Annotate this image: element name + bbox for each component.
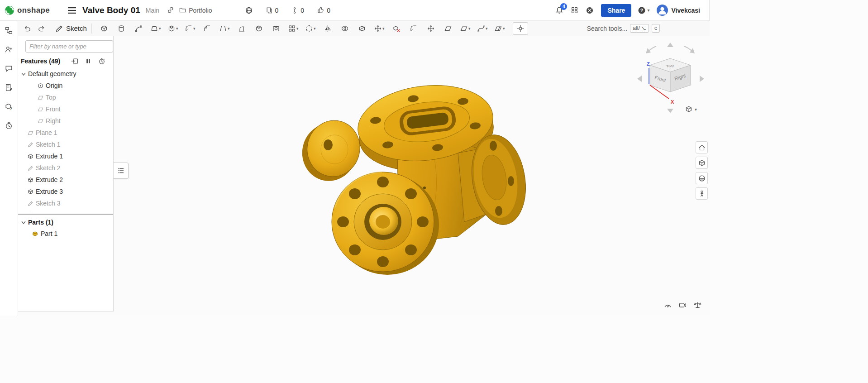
forks-counter[interactable]: 0 xyxy=(291,7,304,14)
revolve-tool-button[interactable] xyxy=(114,22,129,35)
feature-extrude-1[interactable]: Extrude 1 xyxy=(18,150,113,162)
mate-connector-tool-button[interactable] xyxy=(513,22,528,35)
viewcube-arrow-down[interactable] xyxy=(667,109,673,113)
default-view-button[interactable] xyxy=(696,141,708,153)
curve-tool-button[interactable]: ▾ xyxy=(475,22,490,35)
view-cube[interactable]: Top Front Right Z X xyxy=(633,40,710,117)
analysis-button[interactable] xyxy=(663,301,672,309)
linear-pattern-tool-button[interactable]: ▾ xyxy=(286,22,301,35)
caret-down-icon: ▾ xyxy=(382,26,385,31)
surface-tool-button[interactable]: ▾ xyxy=(492,22,507,35)
sketch-button[interactable]: Sketch xyxy=(55,24,87,33)
feature-plane-1[interactable]: Plane 1 xyxy=(18,127,113,139)
section-view-button[interactable] xyxy=(696,172,708,184)
hole-tool-button[interactable] xyxy=(268,22,284,35)
rib-tool-button[interactable] xyxy=(234,22,249,35)
rollback-history-button[interactable] xyxy=(98,57,106,65)
feature-label: Plane 1 xyxy=(36,129,57,136)
extrude-icon xyxy=(100,24,108,33)
folder-icon xyxy=(179,6,186,14)
revolve-icon xyxy=(117,24,125,33)
shell-tool-button[interactable] xyxy=(251,22,267,35)
chamfer-tool-button[interactable] xyxy=(200,22,215,35)
modify-fillet-tool-button[interactable] xyxy=(406,22,421,35)
viewcube-arrow-left[interactable] xyxy=(637,76,642,82)
likes-counter[interactable]: 0 xyxy=(317,6,330,14)
insert-feature-icon xyxy=(71,57,79,65)
mirror-tool-button[interactable] xyxy=(320,22,335,35)
feature-list-collapse-button[interactable] xyxy=(114,163,129,179)
offset-surface-tool-button[interactable] xyxy=(440,22,456,35)
onshape-logo[interactable]: onshape xyxy=(5,5,50,15)
feature-origin[interactable]: Origin xyxy=(18,80,113,91)
feature-sketch-1[interactable]: Sketch 1 xyxy=(18,139,113,150)
main-menu-button[interactable] xyxy=(68,7,76,14)
collaborators-panel-button[interactable] xyxy=(3,43,15,55)
filter-input[interactable] xyxy=(25,40,113,53)
resources-panel-button[interactable] xyxy=(3,101,15,112)
history-panel-button[interactable] xyxy=(3,120,15,131)
move-face-tool-button[interactable] xyxy=(423,22,439,35)
notes-panel-button[interactable] xyxy=(3,81,15,93)
thicken-tool-button[interactable]: ▾ xyxy=(165,22,181,35)
feature-sketch-3[interactable]: Sketch 3 xyxy=(18,197,113,209)
feature-top[interactable]: Top xyxy=(18,91,113,103)
workspace-name[interactable]: Main xyxy=(146,7,159,14)
transform-tool-button[interactable]: ▾ xyxy=(372,22,387,35)
app-store-button[interactable] xyxy=(571,6,578,14)
extrude-tool-button[interactable] xyxy=(96,22,112,35)
feature-sketch-2[interactable]: Sketch 2 xyxy=(18,162,113,174)
notifications-button[interactable]: 4 xyxy=(555,6,563,14)
named-views-icon xyxy=(698,190,706,198)
viewcube-arrow-up[interactable] xyxy=(667,43,673,47)
public-document-button[interactable] xyxy=(245,6,253,14)
named-views-button[interactable] xyxy=(696,187,708,200)
delete-part-tool-button[interactable] xyxy=(389,22,404,35)
pause-icon xyxy=(84,57,92,65)
draft-tool-button[interactable]: ▾ xyxy=(217,22,232,35)
fillet-tool-button[interactable]: ▾ xyxy=(182,22,198,35)
fillet-icon xyxy=(185,24,193,33)
redo-button[interactable] xyxy=(38,24,45,32)
share-button[interactable]: Share xyxy=(601,4,631,17)
user-avatar[interactable] xyxy=(657,5,668,16)
outline-panel-button[interactable] xyxy=(3,24,15,36)
learning-center-button[interactable] xyxy=(586,6,594,14)
search-tools-button[interactable]: Search tools... alt/⌥ c xyxy=(587,24,660,33)
part-item-part-1[interactable]: Part 1 xyxy=(18,228,113,239)
model-vertex-dot[interactable] xyxy=(423,187,426,189)
help-menu-button[interactable]: ? ▾ xyxy=(638,6,649,14)
view-options-button[interactable]: ▾ xyxy=(685,105,697,113)
plane-tool-button[interactable]: ▾ xyxy=(458,22,473,35)
suppress-button[interactable] xyxy=(84,57,92,65)
feature-right[interactable]: Right xyxy=(18,115,113,127)
parts-section-header[interactable]: Parts (1) xyxy=(18,216,113,228)
feature-extrude-2[interactable]: Extrude 2 xyxy=(18,174,113,186)
modify-fillet-icon xyxy=(410,24,418,33)
user-name[interactable]: Vivekcasi xyxy=(671,7,700,14)
viewcube-rotate-cw-icon[interactable] xyxy=(684,46,692,51)
viewcube-rotate-ccw-icon[interactable] xyxy=(649,46,656,51)
viewcube-arrow-right[interactable] xyxy=(700,76,704,82)
feature-extrude-3[interactable]: Extrude 3 xyxy=(18,186,113,197)
rollback-bar[interactable] xyxy=(18,214,113,215)
share-link-button[interactable] xyxy=(167,6,174,14)
document-location[interactable]: Portfolio xyxy=(179,6,212,14)
sweep-tool-button[interactable] xyxy=(131,22,146,35)
insert-feature-button[interactable] xyxy=(71,57,79,65)
loft-tool-button[interactable]: ▾ xyxy=(148,22,163,35)
comments-panel-button[interactable] xyxy=(3,62,15,74)
display-modes-button[interactable] xyxy=(696,157,708,169)
undo-button[interactable] xyxy=(24,24,31,32)
snapshot-button[interactable] xyxy=(678,301,687,309)
feature-front[interactable]: Front xyxy=(18,103,113,115)
boolean-tool-button[interactable] xyxy=(337,22,353,35)
feature-partially-scrolled[interactable] xyxy=(18,209,113,213)
split-tool-button[interactable] xyxy=(354,22,370,35)
circular-pattern-tool-button[interactable]: ▾ xyxy=(303,22,318,35)
measure-button[interactable] xyxy=(693,301,702,309)
location-label: Portfolio xyxy=(189,7,212,14)
copies-counter[interactable]: 0 xyxy=(266,7,279,14)
feature-default-geometry[interactable]: Default geometry xyxy=(18,68,113,80)
part-3d-model[interactable] xyxy=(290,72,534,290)
